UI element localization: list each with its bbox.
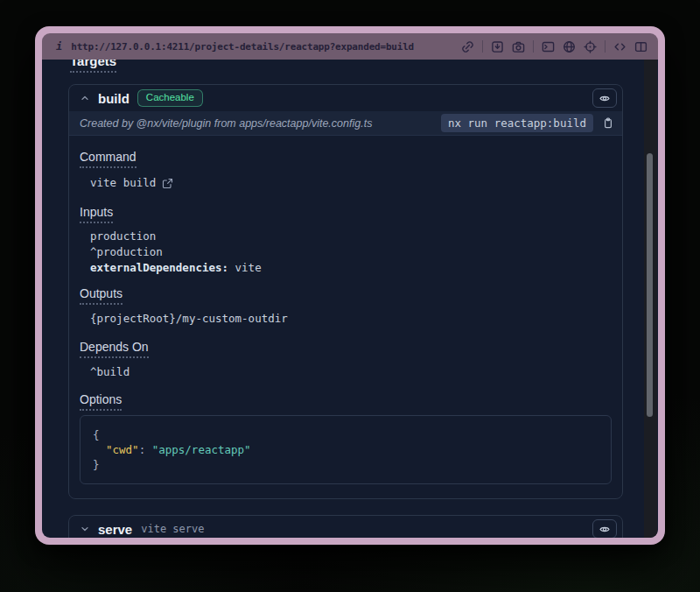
info-icon: i — [56, 40, 62, 53]
code-icon[interactable] — [613, 40, 626, 53]
options-heading: Options — [80, 392, 612, 406]
page-content: Targets build Cacheable Created by @nx/v… — [42, 60, 658, 538]
chevron-down-icon[interactable] — [80, 524, 90, 534]
output-item: {projectRoot}/my-custom-outdir — [80, 311, 612, 327]
chevron-up-icon[interactable] — [80, 93, 90, 103]
copy-icon[interactable] — [600, 116, 616, 130]
input-item: ^production — [80, 244, 612, 260]
command-value: vite build — [80, 175, 612, 191]
external-link-icon[interactable] — [162, 178, 173, 189]
created-by-text: Created by @nx/vite/plugin from apps/rea… — [80, 117, 434, 130]
scrollbar-track[interactable] — [644, 60, 657, 538]
page-title: Targets — [70, 60, 116, 68]
browser-window: i http://127.0.0.1:4211/project-details/… — [35, 26, 665, 545]
json-line: } — [93, 457, 598, 472]
serve-card-header: serve vite serve — [69, 516, 622, 538]
view-in-graph-button[interactable] — [592, 88, 617, 108]
created-by-banner: Created by @nx/vite/plugin from apps/rea… — [69, 111, 622, 136]
scrollbar-thumb[interactable] — [647, 153, 653, 417]
target-name: serve — [98, 522, 132, 537]
globe-icon[interactable] — [563, 40, 576, 53]
browser-frame: i http://127.0.0.1:4211/project-details/… — [42, 33, 658, 538]
devtools-terminal-icon[interactable] — [542, 40, 555, 53]
view-in-graph-button[interactable] — [592, 519, 617, 538]
link-icon[interactable] — [461, 40, 474, 53]
run-command-chip: nx run reactapp:build — [441, 114, 593, 132]
toolbar-divider — [533, 40, 534, 53]
toolbar-divider — [605, 40, 606, 53]
json-line: "cwd": "apps/reactapp" — [93, 442, 598, 457]
build-card-header: build Cacheable — [69, 85, 622, 111]
toolbar-divider — [482, 40, 483, 53]
url-input[interactable]: http://127.0.0.1:4211/project-details/re… — [71, 41, 452, 53]
browser-titlebar: i http://127.0.0.1:4211/project-details/… — [42, 33, 658, 60]
inputs-heading: Inputs — [80, 205, 612, 219]
depends-on-item: ^build — [80, 364, 612, 380]
build-card-body: Command vite build Inputs production ^pr… — [69, 136, 622, 484]
target-name: build — [98, 91, 130, 106]
outputs-heading: Outputs — [80, 286, 612, 300]
split-view-icon[interactable] — [634, 40, 648, 53]
eye-icon — [598, 524, 611, 535]
input-item: externalDependencies: vite — [80, 260, 612, 276]
inputs-list: production ^production externalDependenc… — [80, 229, 612, 276]
serve-command-text: vite serve — [141, 523, 204, 535]
command-heading: Command — [80, 150, 612, 164]
options-json-block: { "cwd": "apps/reactapp" } — [80, 415, 612, 484]
camera-icon[interactable] — [512, 40, 525, 53]
eye-icon — [598, 93, 611, 104]
titlebar-toolbar — [461, 40, 648, 53]
depends-on-heading: Depends On — [80, 340, 612, 354]
cacheable-badge: Cacheable — [137, 89, 203, 108]
inspect-target-icon[interactable] — [584, 40, 597, 53]
save-screenshot-icon[interactable] — [491, 40, 504, 53]
target-card-build: build Cacheable Created by @nx/vite/plug… — [68, 84, 623, 499]
input-item: production — [80, 229, 612, 244]
target-card-serve: serve vite serve — [68, 515, 623, 538]
json-line: { — [93, 427, 598, 442]
